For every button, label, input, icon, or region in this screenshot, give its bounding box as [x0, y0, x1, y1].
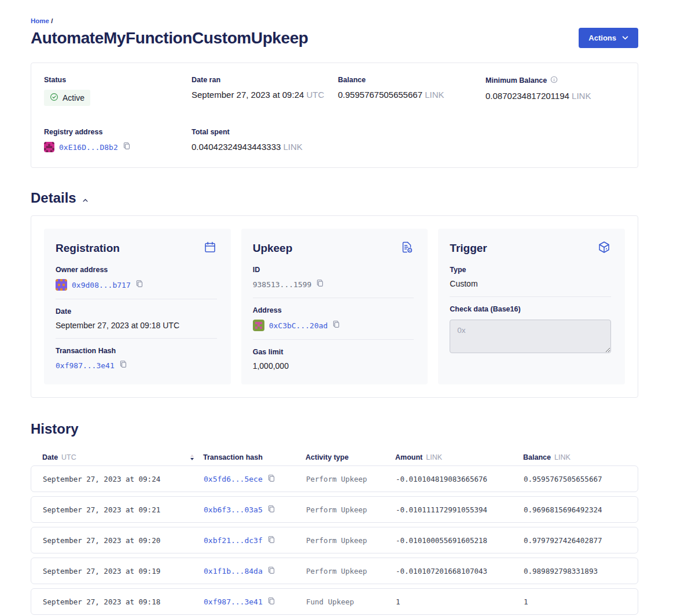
- copy-icon[interactable]: [267, 536, 275, 545]
- trigger-type-value: Custom: [450, 279, 611, 288]
- summary-registry: Registry address 0xE16D...D8b2: [44, 128, 192, 152]
- copy-icon[interactable]: [267, 474, 275, 484]
- registry-identicon: [44, 142, 54, 152]
- owner-address-label: Owner address: [56, 266, 217, 274]
- summary-status: Status Active: [44, 76, 192, 106]
- history-heading: History: [31, 421, 638, 437]
- total-spent-value: 0.04042324943443333: [192, 142, 281, 152]
- row-tx-link[interactable]: 0xf987...3e41: [204, 597, 263, 606]
- row-balance: 0.9797927426402877: [524, 536, 626, 545]
- row-date: September 27, 2023 at 09:21: [43, 505, 204, 514]
- registry-address-link[interactable]: 0xE16D...D8b2: [59, 143, 118, 152]
- row-tx-link[interactable]: 0x1f1b...84da: [204, 567, 263, 575]
- upkeep-address-label: Address: [253, 306, 414, 314]
- status-badge-text: Active: [62, 93, 84, 102]
- row-tx-link[interactable]: 0xbf21...dc3f: [204, 536, 263, 545]
- row-activity: Fund Upkeep: [306, 597, 396, 606]
- actions-button[interactable]: Actions: [579, 28, 638, 48]
- row-amount: -0.010100055691605218: [396, 536, 524, 545]
- total-spent-unit: LINK: [284, 142, 303, 152]
- status-label: Status: [44, 76, 192, 84]
- min-balance-label: Minimum Balance: [485, 76, 547, 85]
- copy-icon[interactable]: [123, 142, 131, 152]
- row-amount: -0.010104819083665676: [396, 475, 524, 483]
- title-row: AutomateMyFunctionCustomUpkeep Actions: [31, 28, 638, 48]
- collapse-details-button[interactable]: [82, 194, 89, 205]
- amount-column-unit: LINK: [426, 453, 442, 461]
- table-row: September 27, 2023 at 09:20 0xbf21...dc3…: [31, 527, 638, 553]
- details-heading: Details: [31, 190, 76, 206]
- date-ran-utc: UTC: [306, 90, 324, 100]
- copy-icon[interactable]: [267, 597, 275, 607]
- gas-limit-label: Gas limit: [253, 348, 414, 356]
- row-date: September 27, 2023 at 09:18: [43, 597, 204, 606]
- owner-address-link[interactable]: 0x9d08...b717: [72, 281, 131, 289]
- registration-date-label: Date: [56, 307, 217, 316]
- row-balance: 0.9696815696492324: [524, 505, 626, 514]
- copy-icon[interactable]: [135, 280, 144, 290]
- file-gear-icon: [400, 240, 414, 256]
- details-section-head: Details: [31, 190, 638, 206]
- row-activity: Perform Upkeep: [306, 536, 396, 545]
- column-header-date[interactable]: Date UTC: [42, 453, 203, 461]
- upkeep-title: Upkeep: [253, 242, 293, 255]
- row-amount: -0.010111172991055394: [396, 505, 524, 514]
- check-circle-icon: [50, 93, 58, 103]
- page: Home / AutomateMyFunctionCustomUpkeep Ac…: [31, 0, 638, 616]
- row-balance: 0.989892798331893: [524, 567, 626, 575]
- registry-label: Registry address: [44, 128, 192, 136]
- date-ran-value: September 27, 2023 at 09:24: [192, 90, 304, 100]
- table-header: Date UTC Transaction hash Activity type …: [31, 453, 638, 461]
- transaction-hash-link[interactable]: 0xf987...3e41: [56, 361, 115, 370]
- gas-limit-value: 1,000,000: [253, 361, 414, 371]
- transaction-hash-label: Transaction Hash: [56, 347, 217, 355]
- details-card: Registration Owner address 0x9d08...b717…: [31, 215, 638, 398]
- check-data-label: Check data (Base16): [450, 305, 611, 313]
- row-tx-link[interactable]: 0x5fd6...5ece: [204, 475, 263, 483]
- copy-icon[interactable]: [316, 279, 324, 289]
- info-icon[interactable]: [550, 76, 558, 85]
- copy-icon[interactable]: [119, 360, 127, 371]
- column-header-amount: Amount: [395, 453, 422, 461]
- summary-min-balance: Minimum Balance 0.0870234817201194 LINK: [485, 76, 638, 106]
- chevron-up-icon: [83, 195, 88, 204]
- copy-icon[interactable]: [332, 320, 340, 331]
- row-activity: Perform Upkeep: [306, 505, 396, 514]
- breadcrumb-home-link[interactable]: Home: [31, 17, 49, 24]
- registration-card: Registration Owner address 0x9d08...b717…: [44, 229, 231, 384]
- min-balance-unit: LINK: [572, 91, 591, 101]
- copy-icon[interactable]: [267, 505, 275, 515]
- check-data-input[interactable]: [450, 320, 611, 353]
- actions-button-label: Actions: [588, 34, 616, 42]
- total-spent-label: Total spent: [192, 128, 338, 136]
- cube-icon: [597, 240, 611, 256]
- summary-total-spent: Total spent 0.04042324943443333 LINK: [192, 128, 338, 152]
- summary-balance: Balance 0.9595767505655667 LINK: [338, 76, 485, 106]
- trigger-title: Trigger: [450, 242, 487, 255]
- row-tx-link[interactable]: 0xb6f3...03a5: [204, 505, 263, 514]
- row-date: September 27, 2023 at 09:19: [43, 567, 204, 575]
- trigger-card: Trigger Type Custom Check data (Base16): [438, 229, 625, 384]
- registration-title: Registration: [56, 242, 120, 255]
- row-balance: 0.9595767505655667: [524, 475, 626, 483]
- copy-icon[interactable]: [267, 566, 275, 576]
- page-title: AutomateMyFunctionCustomUpkeep: [31, 29, 308, 47]
- column-header-tx: Transaction hash: [203, 453, 306, 461]
- table-row: September 27, 2023 at 09:24 0x5fd6...5ec…: [31, 465, 638, 492]
- breadcrumb: Home /: [31, 17, 638, 24]
- row-activity: Perform Upkeep: [306, 475, 396, 483]
- upkeep-address-link[interactable]: 0xC3bC...20ad: [269, 321, 328, 330]
- row-date: September 27, 2023 at 09:20: [43, 536, 204, 545]
- registration-date-value: September 27, 2023 at 09:18 UTC: [56, 321, 217, 330]
- upkeep-identicon: [253, 320, 264, 331]
- owner-identicon: [56, 279, 67, 291]
- sort-icon[interactable]: [190, 454, 194, 460]
- row-date: September 27, 2023 at 09:24: [43, 475, 204, 483]
- table-row: September 27, 2023 at 09:18 0xf987...3e4…: [31, 588, 638, 615]
- table-row: September 27, 2023 at 09:19 0x1f1b...84d…: [31, 558, 638, 584]
- history-section-head: History: [31, 421, 638, 437]
- column-header-activity: Activity type: [306, 453, 395, 461]
- date-ran-label: Date ran: [192, 76, 338, 84]
- row-activity: Perform Upkeep: [306, 567, 396, 575]
- trigger-type-label: Type: [450, 266, 611, 274]
